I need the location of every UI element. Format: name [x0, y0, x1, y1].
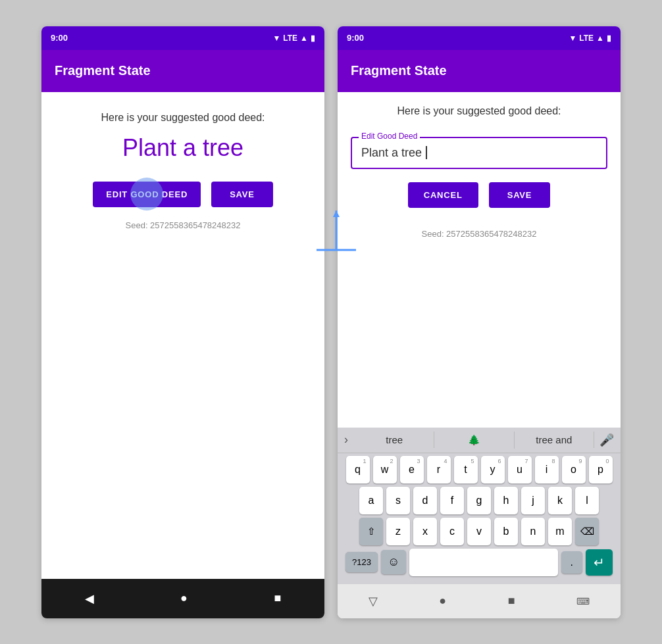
- wifi-icon: ▼: [272, 34, 280, 43]
- key-o[interactable]: 9o: [562, 456, 586, 483]
- keyboard-row-3: ⇧ z x c v b n m ⌫: [342, 518, 617, 545]
- key-v[interactable]: v: [467, 518, 491, 545]
- status-time-right: 9:00: [347, 33, 364, 43]
- status-bar-left: 9:00 ▼ LTE ▲ ▮: [41, 26, 324, 50]
- keyboard-area: › tree 🌲 tree and 🎤 1q 2w 3e 4r 5t 6y 7u…: [338, 428, 621, 584]
- edit-good-deed-button[interactable]: EDIT GOOD DEED: [93, 182, 201, 207]
- cancel-button[interactable]: CANCEL: [408, 182, 478, 208]
- key-s[interactable]: s: [386, 487, 410, 514]
- phone-content-right: Here is your suggested good deed: Edit G…: [338, 92, 621, 428]
- key-p[interactable]: 0p: [589, 456, 613, 483]
- key-d[interactable]: d: [413, 487, 437, 514]
- expand-suggestions-icon[interactable]: ›: [344, 433, 348, 447]
- home-icon-right[interactable]: ●: [439, 594, 446, 608]
- key-f[interactable]: f: [440, 487, 464, 514]
- back-icon-right[interactable]: ▽: [369, 594, 378, 608]
- app-title-right: Fragment State: [351, 63, 447, 78]
- key-h[interactable]: h: [494, 487, 518, 514]
- mic-icon[interactable]: 🎤: [599, 433, 614, 447]
- key-j[interactable]: j: [521, 487, 545, 514]
- signal-icon-right: ▲: [596, 34, 604, 43]
- phone-left: 9:00 ▼ LTE ▲ ▮ Fragment State Here is yo…: [41, 26, 324, 618]
- lte-label-right: LTE: [579, 34, 594, 43]
- home-icon[interactable]: ●: [180, 591, 188, 605]
- status-bar-right: 9:00 ▼ LTE ▲ ▮: [338, 26, 621, 50]
- suggestion-tree[interactable]: tree: [355, 432, 434, 448]
- key-m[interactable]: m: [548, 518, 572, 545]
- key-w[interactable]: 2w: [373, 456, 397, 483]
- key-q[interactable]: 1q: [346, 456, 370, 483]
- phone-content-left: Here is your suggested good deed: Plant …: [41, 92, 324, 579]
- app-title-left: Fragment State: [55, 63, 151, 78]
- keyboard-icon-right[interactable]: ⌨: [576, 596, 590, 607]
- save-button-left[interactable]: SAVE: [211, 182, 273, 207]
- phone-right: 9:00 ▼ LTE ▲ ▮ Fragment State Here is yo…: [338, 26, 621, 618]
- key-t[interactable]: 5t: [454, 456, 478, 483]
- enter-key[interactable]: ↵: [586, 549, 613, 576]
- buttons-row-left: EDIT GOOD DEED SAVE: [93, 182, 273, 207]
- edit-field-container: Edit Good Deed Plant a tree: [351, 137, 607, 169]
- suggested-label-left: Here is your suggested good deed:: [101, 112, 265, 124]
- suggestion-emoji[interactable]: 🌲: [434, 432, 514, 449]
- space-key[interactable]: [409, 549, 557, 576]
- ripple-effect: [130, 178, 163, 211]
- save-button-right[interactable]: SAVE: [489, 182, 551, 208]
- svg-marker-2: [333, 211, 340, 217]
- key-g[interactable]: g: [467, 487, 491, 514]
- key-k[interactable]: k: [548, 487, 572, 514]
- app-bar-left: Fragment State: [41, 50, 324, 92]
- key-l[interactable]: l: [575, 487, 599, 514]
- connector-arrow: [317, 211, 356, 289]
- edit-field-input[interactable]: Plant a tree: [361, 146, 597, 160]
- edit-field-label: Edit Good Deed: [359, 132, 420, 141]
- battery-icon: ▮: [311, 34, 315, 43]
- status-icons-left: ▼ LTE ▲ ▮: [272, 34, 315, 43]
- backspace-key[interactable]: ⌫: [575, 518, 599, 545]
- num-symbol-key[interactable]: ?123: [345, 552, 378, 572]
- key-e[interactable]: 3e: [400, 456, 424, 483]
- status-icons-right: ▼ LTE ▲ ▮: [569, 34, 611, 43]
- good-deed-text: Plant a tree: [122, 134, 243, 162]
- key-b[interactable]: b: [494, 518, 518, 545]
- keyboard-keys: 1q 2w 3e 4r 5t 6y 7u 8i 9o 0p a s d f: [338, 453, 621, 584]
- shift-key[interactable]: ⇧: [359, 518, 383, 545]
- key-n[interactable]: n: [521, 518, 545, 545]
- seed-text-left: Seed: 2572558365478248232: [126, 220, 241, 230]
- wifi-icon-right: ▼: [569, 34, 576, 43]
- period-key[interactable]: .: [561, 551, 582, 574]
- key-x[interactable]: x: [413, 518, 437, 545]
- nav-bar-left: ◀ ● ■: [41, 579, 324, 618]
- suggestions-bar: › tree 🌲 tree and 🎤: [338, 428, 621, 453]
- app-bar-right: Fragment State: [338, 50, 621, 92]
- key-i[interactable]: 8i: [535, 456, 559, 483]
- nav-bar-right: ▽ ● ■ ⌨: [338, 584, 621, 618]
- key-u[interactable]: 7u: [508, 456, 532, 483]
- keyboard-row-1: 1q 2w 3e 4r 5t 6y 7u 8i 9o 0p: [342, 456, 617, 483]
- lte-label: LTE: [283, 34, 297, 43]
- keyboard-row-4: ?123 ☺ . ↵: [342, 549, 617, 582]
- key-c[interactable]: c: [440, 518, 464, 545]
- suggestion-tree-and[interactable]: tree and: [515, 432, 594, 448]
- battery-icon-right: ▮: [607, 34, 611, 43]
- recents-icon-right[interactable]: ■: [508, 594, 515, 608]
- keyboard-row-2: a s d f g h j k l: [342, 487, 617, 514]
- buttons-row-right: CANCEL SAVE: [408, 182, 551, 208]
- suggested-label-right: Here is your suggested good deed:: [397, 105, 561, 117]
- key-y[interactable]: 6y: [481, 456, 505, 483]
- key-r[interactable]: 4r: [427, 456, 451, 483]
- emoji-key[interactable]: ☺: [381, 550, 406, 574]
- status-time-left: 9:00: [51, 33, 68, 43]
- signal-icon: ▲: [300, 34, 308, 43]
- back-icon[interactable]: ◀: [85, 591, 94, 606]
- key-a[interactable]: a: [359, 487, 383, 514]
- recents-icon[interactable]: ■: [274, 591, 281, 605]
- key-z[interactable]: z: [386, 518, 410, 545]
- seed-text-right: Seed: 2572558365478248232: [422, 229, 537, 239]
